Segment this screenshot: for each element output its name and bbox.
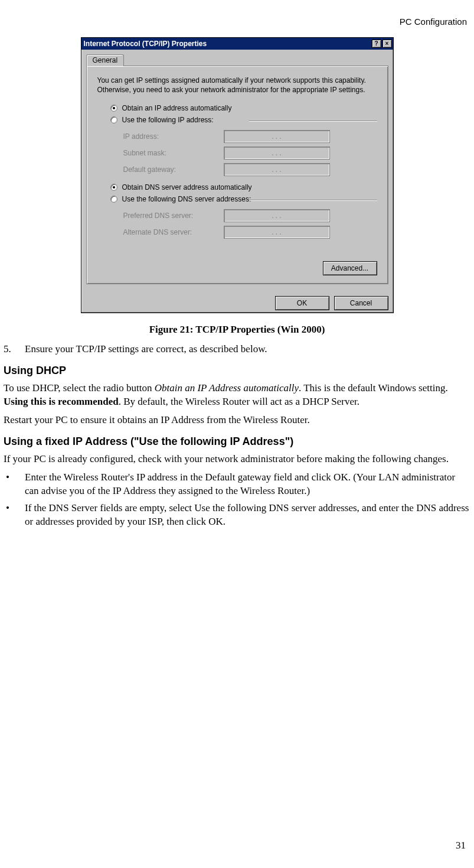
fixed-ip-paragraph-1: If your PC is already configured, check … (4, 453, 470, 466)
label-subnet-mask: Subnet mask: (123, 149, 224, 157)
radio-icon (110, 184, 117, 191)
tcpip-properties-dialog: Internet Protocol (TCP/IP) Properties ? … (81, 37, 394, 313)
radio-label: Use the following IP address: (122, 116, 214, 124)
help-icon[interactable]: ? (372, 40, 381, 48)
radio-label: Obtain an IP address automatically (122, 104, 232, 112)
page-number: 31 (456, 840, 466, 851)
ok-button[interactable]: OK (275, 296, 329, 310)
ip-address-field[interactable]: . . . (224, 130, 330, 143)
dialog-titlebar: Internet Protocol (TCP/IP) Properties ? … (81, 38, 393, 50)
radio-use-following-dns[interactable]: Use the following DNS server addresses: (110, 195, 377, 203)
dialog-title: Internet Protocol (TCP/IP) Properties (84, 40, 371, 48)
radio-label: Obtain DNS server address automatically (122, 183, 252, 191)
bullet-icon (4, 502, 25, 529)
default-gateway-field[interactable]: . . . (224, 163, 330, 176)
step-number: 5. (4, 343, 25, 356)
subnet-mask-field[interactable]: . . . (224, 147, 330, 160)
radio-icon (110, 116, 117, 123)
step-5: 5. Ensure your TCP/IP settings are corre… (4, 343, 470, 356)
dialog-intro-text: You can get IP settings assigned automat… (97, 76, 377, 95)
general-tab-panel: You can get IP settings assigned automat… (86, 66, 388, 284)
bullet-2: If the DNS Server fields are empty, sele… (4, 502, 470, 529)
label-default-gateway: Default gateway: (123, 165, 224, 174)
radio-icon (110, 196, 117, 203)
label-ip-address: IP address: (123, 132, 224, 141)
advanced-button[interactable]: Advanced... (323, 261, 377, 275)
page-header: PC Configuration (4, 17, 467, 27)
bullet-icon (4, 471, 25, 498)
alternate-dns-field[interactable]: . . . (224, 226, 330, 239)
heading-using-dhcp: Using DHCP (4, 365, 470, 377)
radio-label: Use the following DNS server addresses: (122, 195, 251, 203)
figure-caption: Figure 21: TCP/IP Properties (Win 2000) (4, 324, 470, 336)
radio-obtain-ip-auto[interactable]: Obtain an IP address automatically (110, 104, 377, 112)
heading-fixed-ip: Using a fixed IP Address ("Use the follo… (4, 435, 470, 448)
preferred-dns-field[interactable]: . . . (224, 209, 330, 222)
tab-general[interactable]: General (86, 54, 125, 66)
bullet-1: Enter the Wireless Router's IP address i… (4, 471, 470, 498)
radio-obtain-dns-auto[interactable]: Obtain DNS server address automatically (110, 183, 377, 191)
cancel-button[interactable]: Cancel (334, 296, 388, 310)
label-preferred-dns: Preferred DNS server: (123, 212, 224, 220)
step-text: Ensure your TCP/IP settings are correct,… (25, 343, 267, 356)
close-icon[interactable]: × (383, 40, 392, 48)
dhcp-paragraph-1: To use DHCP, select the radio button Obt… (4, 382, 470, 409)
radio-icon (110, 105, 117, 112)
dhcp-paragraph-2: Restart your PC to ensure it obtains an … (4, 414, 470, 427)
label-alternate-dns: Alternate DNS server: (123, 228, 224, 236)
radio-use-following-ip[interactable]: Use the following IP address: (110, 116, 377, 124)
